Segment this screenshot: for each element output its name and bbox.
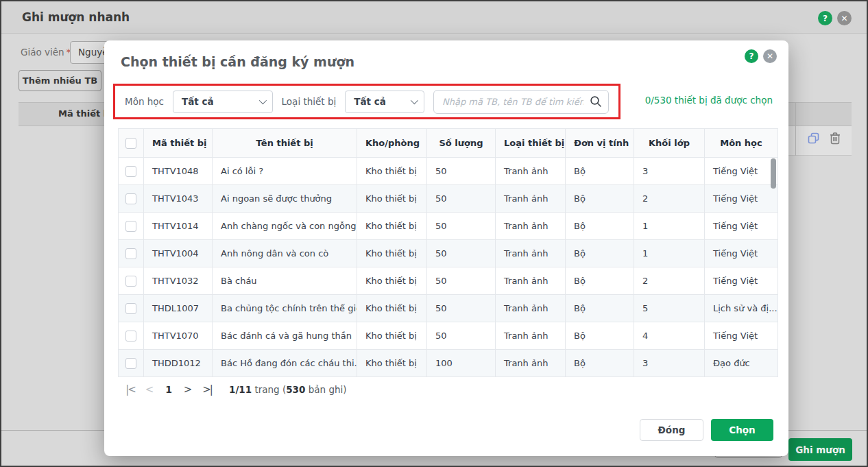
cell-type: Tranh ảnh — [496, 185, 566, 213]
chevron-down-icon — [411, 96, 418, 104]
cell-code: THTV1043 — [144, 185, 213, 213]
select-button[interactable]: Chọn — [711, 419, 773, 441]
next-page-button[interactable]: > — [178, 383, 197, 396]
row-checkbox[interactable] — [125, 193, 136, 204]
cell-grade: 3 — [634, 350, 705, 377]
cell-unit: Bộ — [566, 295, 634, 322]
column-header: Số lượng — [427, 129, 496, 158]
page-header: Ghi mượn nhanh ? ✕ — [1, 1, 867, 34]
device-type-filter-label: Loại thiết bị — [282, 96, 337, 107]
table-row: THTV1070 Bác đánh cá và gã hung thần Kho… — [119, 322, 778, 350]
cell-unit: Bộ — [566, 322, 634, 350]
row-checkbox[interactable] — [125, 303, 136, 314]
last-page-button[interactable]: >| — [197, 383, 217, 396]
cell-name: Ai ngoan sẽ được thưởng — [213, 185, 357, 213]
cell-name: Ai có lỗi ? — [213, 158, 357, 185]
trash-icon[interactable] — [829, 132, 841, 147]
subject-filter-select[interactable]: Tất cả — [173, 91, 273, 113]
table-scrollbar[interactable] — [771, 158, 776, 375]
cell-name: Anh nông dân và con cò — [213, 240, 357, 267]
cell-subject: Tiếng Việt — [705, 213, 778, 240]
cell-room: Kho thiết bị — [357, 185, 427, 213]
cell-qty: 100 — [427, 350, 496, 377]
cell-room: Kho thiết bị — [357, 213, 427, 240]
cell-qty: 50 — [427, 240, 496, 267]
row-checkbox[interactable] — [125, 166, 136, 177]
prev-page-button[interactable]: < — [140, 383, 159, 396]
bg-column-divider — [795, 102, 796, 156]
cell-qty: 50 — [427, 185, 496, 213]
cell-qty: 50 — [427, 295, 496, 322]
cell-subject: Tiếng Việt — [705, 158, 778, 185]
pagination: |< < 1 > >| 1/11 trang (530 bản ghi) — [121, 383, 347, 396]
cell-name: Bác Hồ đang đón các cháu thi... — [213, 350, 357, 377]
copy-icon[interactable] — [807, 132, 820, 147]
column-header: Tên thiết bị — [213, 129, 357, 158]
table-row: THTV1004 Anh nông dân và con cò Kho thiế… — [119, 240, 778, 267]
column-header: Môn học — [705, 129, 778, 158]
row-checkbox[interactable] — [125, 358, 136, 369]
cell-name: Anh chàng ngốc và con ngỗng... — [213, 213, 357, 240]
table-row: THDL1007 Ba chủng tộc chính trên thế giớ… — [119, 295, 778, 322]
cell-room: Kho thiết bị — [357, 158, 427, 185]
teacher-label: Giáo viên* — [21, 47, 71, 58]
page-help-icon[interactable]: ? — [818, 11, 832, 25]
table-header-row: Mã thiết bị Tên thiết bị Kho/phòng Số lư… — [119, 129, 778, 158]
pagination-summary: 1/11 trang (530 bản ghi) — [229, 384, 347, 395]
modal-help-icon[interactable]: ? — [745, 49, 758, 63]
cell-type: Tranh ảnh — [496, 322, 566, 350]
cell-type: Tranh ảnh — [496, 267, 566, 295]
chevron-down-icon — [258, 96, 266, 104]
device-table: Mã thiết bị Tên thiết bị Kho/phòng Số lư… — [118, 128, 777, 377]
app-window: Ghi mượn nhanh ? ✕ Giáo viên* Nguyễ Thêm… — [0, 0, 868, 467]
first-page-button[interactable]: |< — [121, 383, 140, 396]
device-search-input[interactable] — [433, 90, 609, 114]
row-checkbox[interactable] — [125, 276, 136, 287]
cell-unit: Bộ — [566, 240, 634, 267]
cell-code: THDD1012 — [144, 350, 213, 377]
cell-type: Tranh ảnh — [496, 295, 566, 322]
subject-filter-label: Môn học — [125, 96, 164, 107]
scrollbar-thumb[interactable] — [771, 158, 776, 189]
device-type-filter-value: Tất cả — [354, 96, 386, 107]
table-row: THTV1043 Ai ngoan sẽ được thưởng Kho thi… — [119, 185, 778, 213]
modal-close-icon[interactable]: ✕ — [763, 49, 777, 63]
cell-unit: Bộ — [566, 350, 634, 377]
cell-unit: Bộ — [566, 185, 634, 213]
row-checkbox[interactable] — [125, 248, 136, 259]
cell-code: THTV1048 — [144, 158, 213, 185]
search-icon[interactable] — [590, 95, 602, 110]
cell-type: Tranh ảnh — [496, 350, 566, 377]
cell-room: Kho thiết bị — [357, 267, 427, 295]
cell-qty: 50 — [427, 267, 496, 295]
cell-subject: Tiếng Việt — [705, 240, 778, 267]
cell-code: THTV1032 — [144, 267, 213, 295]
device-type-filter-select[interactable]: Tất cả — [345, 91, 424, 113]
page-close-icon[interactable]: ✕ — [837, 11, 852, 25]
filter-row: Môn học Tất cả Loại thiết bị Tất cả — [113, 84, 777, 119]
cell-type: Tranh ảnh — [496, 240, 566, 267]
cell-code: THTV1004 — [144, 240, 213, 267]
cell-subject: Đạo đức — [705, 350, 778, 377]
row-checkbox[interactable] — [125, 331, 136, 342]
cell-room: Kho thiết bị — [357, 322, 427, 350]
column-header: Loại thiết bị — [496, 129, 566, 158]
filter-highlight-box: Môn học Tất cả Loại thiết bị Tất cả — [113, 84, 620, 119]
cell-code: THTV1070 — [144, 322, 213, 350]
cell-grade: 1 — [634, 240, 705, 267]
add-many-devices-button[interactable]: Thêm nhiều TB — [19, 70, 101, 91]
row-checkbox[interactable] — [125, 221, 136, 232]
cell-grade: 4 — [634, 322, 705, 350]
table-row: THTV1048 Ai có lỗi ? Kho thiết bị 50 Tra… — [119, 158, 778, 185]
cell-name: Bà cháu — [213, 267, 357, 295]
current-page[interactable]: 1 — [159, 384, 178, 395]
cell-grade: 5 — [634, 295, 705, 322]
column-header: Mã thiết bị — [144, 129, 213, 158]
select-all-checkbox[interactable] — [125, 138, 136, 149]
cell-grade: 2 — [634, 185, 705, 213]
modal-title: Chọn thiết bị cần đăng ký mượn — [121, 54, 354, 69]
cell-unit: Bộ — [566, 267, 634, 295]
submit-borrow-button[interactable]: Ghi mượn — [788, 438, 852, 461]
close-button[interactable]: Đóng — [640, 419, 703, 441]
cell-name: Ba chủng tộc chính trên thế giới — [213, 295, 357, 322]
